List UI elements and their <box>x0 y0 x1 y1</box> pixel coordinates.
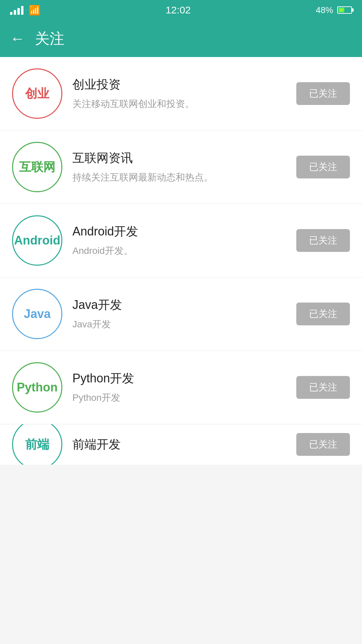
item-desc: 持续关注互联网最新动态和热点。 <box>72 170 286 184</box>
signal-icon <box>10 5 23 15</box>
avatar-android: Android <box>12 215 62 266</box>
follow-button-hulianwang[interactable]: 已关注 <box>296 156 350 178</box>
follow-button-chuangye[interactable]: 已关注 <box>296 82 350 105</box>
page-title: 关注 <box>35 29 64 49</box>
item-content-hulianwang: 互联网资讯 持续关注互联网最新动态和热点。 <box>72 150 286 184</box>
avatar-python: Python <box>12 362 62 413</box>
item-title: Java开发 <box>72 297 286 313</box>
battery-icon: ⚡ <box>337 6 352 14</box>
status-time: 12:02 <box>166 4 191 16</box>
list-item: Java Java开发 Java开发 已关注 <box>0 277 362 351</box>
list-item-partial: 前端 前端开发 已关注 <box>0 424 362 465</box>
follow-list: 创业 创业投资 关注移动互联网创业和投资。 已关注 互联网 互联网资讯 持续关注… <box>0 57 362 465</box>
follow-button-qianduan[interactable]: 已关注 <box>296 433 350 456</box>
battery-percent: 48% <box>316 5 333 15</box>
item-content-android: Android开发 Android开发。 <box>72 223 286 258</box>
avatar-qianduan: 前端 <box>12 424 62 465</box>
avatar-hulianwang: 互联网 <box>12 142 62 192</box>
app-header: ← 关注 <box>0 20 362 57</box>
list-item: 互联网 互联网资讯 持续关注互联网最新动态和热点。 已关注 <box>0 130 362 204</box>
follow-button-java[interactable]: 已关注 <box>296 303 350 325</box>
item-title: Android开发 <box>72 223 286 240</box>
item-title: 互联网资讯 <box>72 150 286 166</box>
wifi-icon: 📶 <box>29 5 41 16</box>
item-desc: Android开发。 <box>72 244 286 258</box>
item-content-chuangye: 创业投资 关注移动互联网创业和投资。 <box>72 76 286 111</box>
item-content-qianduan: 前端开发 <box>72 436 286 453</box>
avatar-java: Java <box>12 289 62 339</box>
status-left: 📶 <box>10 5 41 16</box>
follow-button-python[interactable]: 已关注 <box>296 376 350 399</box>
follow-button-android[interactable]: 已关注 <box>296 229 350 252</box>
item-title: Python开发 <box>72 370 286 387</box>
list-item: 创业 创业投资 关注移动互联网创业和投资。 已关注 <box>0 57 362 130</box>
item-desc: Java开发 <box>72 317 286 331</box>
status-bar: 📶 12:02 48% ⚡ <box>0 0 362 20</box>
item-desc: 关注移动互联网创业和投资。 <box>72 97 286 111</box>
item-desc: Python开发 <box>72 391 286 405</box>
avatar-chuangye: 创业 <box>12 68 62 119</box>
item-content-python: Python开发 Python开发 <box>72 370 286 405</box>
list-item: Python Python开发 Python开发 已关注 <box>0 351 362 424</box>
battery-bolt: ⚡ <box>339 8 344 12</box>
item-content-java: Java开发 Java开发 <box>72 297 286 331</box>
back-button[interactable]: ← <box>10 30 25 47</box>
status-right: 48% ⚡ <box>316 5 352 15</box>
item-title: 前端开发 <box>72 436 286 453</box>
item-title: 创业投资 <box>72 76 286 93</box>
list-item: Android Android开发 Android开发。 已关注 <box>0 204 362 277</box>
